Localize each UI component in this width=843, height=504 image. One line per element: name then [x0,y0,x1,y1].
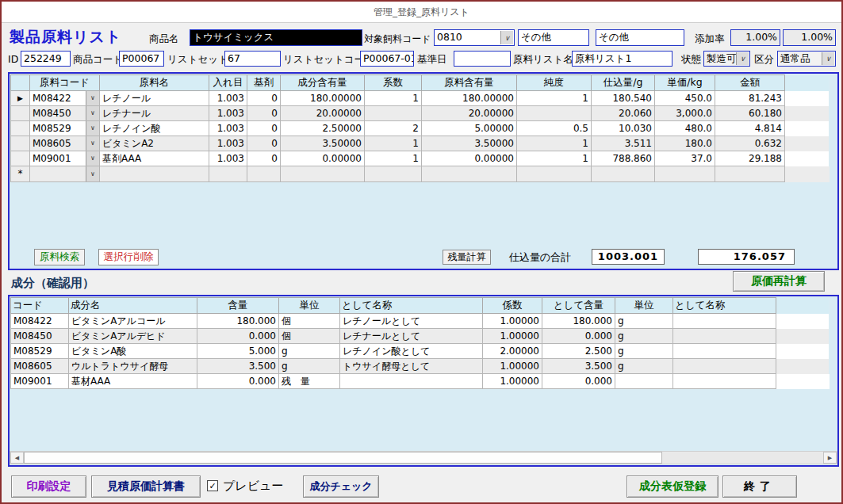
content-cell[interactable]: 180.000 [197,314,279,329]
material-name-cell[interactable]: 基剤AAA [100,151,209,166]
chevron-down-icon[interactable]: ∨ [736,52,749,65]
genryo-ganyuryo-cell[interactable]: 20.00000 [422,106,517,121]
as-content-cell[interactable]: 0.000 [542,329,615,344]
keisu-cell[interactable]: 1 [365,136,422,151]
jundo-cell[interactable]: 0.5 [517,121,592,136]
as-name2-cell[interactable] [673,314,776,329]
genryo-ganyuryo-cell[interactable]: 180.00000 [422,91,517,106]
chevron-down-icon[interactable]: ∨ [822,52,834,65]
keisu-cell[interactable]: 1 [365,91,422,106]
component-name-cell[interactable]: ビタミンAアルコール [69,314,197,329]
listset-id-field[interactable]: 67 [224,51,281,67]
coef-cell[interactable]: 1.00000 [483,329,542,344]
remaining-calc-button[interactable]: 残量計算 [443,250,491,265]
keisu-cell[interactable] [365,106,422,121]
component-name-cell[interactable]: ウルトラトウサイ酵母 [69,359,197,374]
component-temp-register-button[interactable]: 成分表仮登録 [627,475,718,498]
kizai-cell[interactable]: 0 [247,106,281,121]
kingaku-cell[interactable]: 60.180 [715,106,785,121]
shikomiryo-cell[interactable]: 20.060 [592,106,655,121]
scroll-left-arrow-icon[interactable]: ◀ [10,452,24,464]
as-content-cell[interactable]: 2.500 [542,344,615,359]
component-code-cell[interactable]: M08605 [11,359,69,374]
category-combo[interactable]: 通常品 ∨ [777,51,836,67]
content-cell[interactable]: 0.000 [197,329,279,344]
exit-button[interactable]: 終了 [722,475,797,498]
as-name2-cell[interactable] [673,374,776,389]
kizai-cell[interactable]: 0 [247,121,281,136]
row-selector[interactable] [11,106,30,121]
genryo-ganyuryo-cell[interactable] [422,166,517,182]
kizai-cell[interactable]: 0 [247,151,281,166]
chevron-down-icon[interactable]: ∨ [86,106,99,120]
seibun-ganyuryo-cell[interactable]: 3.50000 [281,136,365,151]
as-name-cell[interactable]: トウサイ酵母として [340,359,483,374]
chevron-down-icon[interactable]: ∨ [86,166,99,181]
feed-name2-field[interactable]: その他 [596,29,684,46]
material-name-cell[interactable]: レチノイン酸 [100,121,209,136]
as-unit-cell[interactable]: g [615,314,673,329]
component-code-cell[interactable]: M08450 [11,329,69,344]
listset-code-field[interactable]: P00067-01 [360,51,414,67]
coef-cell[interactable]: 1.00000 [483,374,542,389]
coef-cell[interactable]: 1.00000 [483,314,542,329]
shikomiryo-cell[interactable]: 10.030 [592,121,655,136]
seibun-ganyuryo-cell[interactable]: 20.00000 [281,106,365,121]
as-name-cell[interactable]: レチナールとして [340,329,483,344]
tanka-cell[interactable]: 450.0 [655,91,715,106]
as-name-cell[interactable]: レチノイン酸として [340,344,483,359]
list-name-field[interactable]: 原料リスト1 [572,51,672,67]
coef-cell[interactable]: 2.00000 [483,344,542,359]
kingaku-cell[interactable]: 81.243 [715,91,785,106]
as-name2-cell[interactable] [673,359,776,374]
kingaku-cell[interactable]: 29.188 [715,151,785,166]
recalc-cost-button[interactable]: 原価再計算 [733,271,825,292]
jundo-cell[interactable]: 1 [517,136,592,151]
jundo-cell[interactable] [517,106,592,121]
estimate-cost-sheet-button[interactable]: 見積原価計算書 [91,475,201,498]
chevron-down-icon[interactable]: ∨ [86,136,99,151]
row-selector[interactable] [11,136,30,151]
chevron-down-icon[interactable]: ∨ [86,151,99,166]
base-date-field[interactable] [454,51,511,67]
tanka-cell[interactable] [655,166,715,182]
material-code-cell[interactable]: M08422∨ [30,91,100,106]
as-unit-cell[interactable]: g [615,344,673,359]
content-cell[interactable]: 5.000 [197,344,279,359]
shikomiryo-cell[interactable]: 180.540 [592,91,655,106]
as-name-cell[interactable]: レチノールとして [340,314,483,329]
kingaku-cell[interactable]: 0.632 [715,136,785,151]
feed-code-combo[interactable]: 0810 ∨ [434,29,515,46]
as-unit-cell[interactable]: g [615,359,673,374]
horizontal-scrollbar[interactable]: ◀ ▶ [10,451,837,464]
seibun-ganyuryo-cell[interactable]: 180.00000 [281,91,365,106]
coef-cell[interactable]: 1.00000 [483,359,542,374]
jundo-cell[interactable] [517,166,592,182]
content-cell[interactable]: 3.500 [197,359,279,374]
material-code-cell[interactable]: M08605∨ [30,136,100,151]
shikomiryo-cell[interactable]: 788.860 [592,151,655,166]
as-name-cell[interactable] [340,374,483,389]
kingaku-cell[interactable]: 4.814 [715,121,785,136]
as-content-cell[interactable]: 180.000 [542,314,615,329]
shikomiryo-cell[interactable]: 3.511 [592,136,655,151]
genryo-ganyuryo-cell[interactable]: 0.00000 [422,151,517,166]
scrollbar-thumb[interactable] [24,452,662,464]
material-code-cell[interactable]: M08529∨ [30,121,100,136]
component-name-cell[interactable]: ビタミンA酸 [69,344,197,359]
seibun-ganyuryo-cell[interactable] [281,166,365,182]
keisu-cell[interactable] [365,166,422,182]
shikomiryo-cell[interactable] [592,166,655,182]
unit-cell[interactable]: 個 [279,314,340,329]
unit-cell[interactable]: 残 量 [279,374,340,389]
kingaku-cell[interactable] [715,166,785,182]
genryo-ganyuryo-cell[interactable]: 5.00000 [422,121,517,136]
material-code-cell[interactable]: M09001∨ [30,151,100,166]
ireme-cell[interactable] [209,166,247,182]
material-name-cell[interactable]: ビタミンA2 [100,136,209,151]
as-name2-cell[interactable] [673,344,776,359]
kizai-cell[interactable] [247,166,281,182]
delete-selected-row-button[interactable]: 選択行削除 [98,249,159,265]
chevron-down-icon[interactable]: ∨ [86,121,99,136]
component-name-cell[interactable]: 基材AAA [69,374,197,389]
